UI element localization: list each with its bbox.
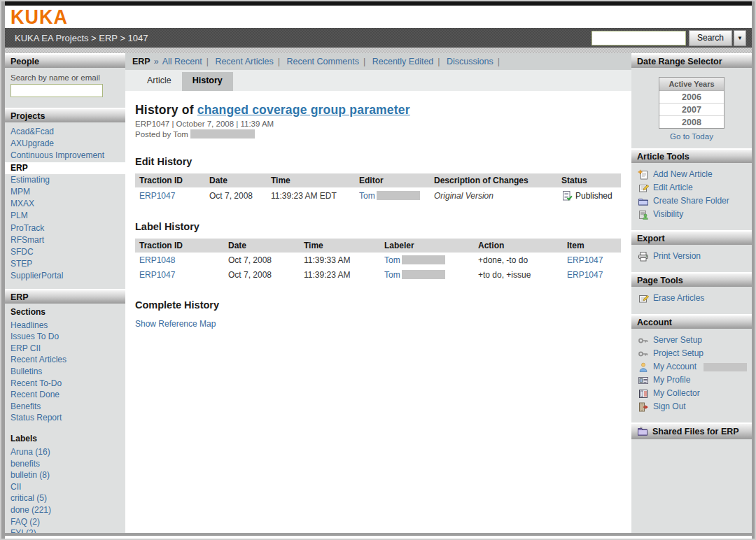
sidebar-label-link[interactable]: benefits xyxy=(5,458,125,470)
people-search-input[interactable] xyxy=(10,84,103,97)
project-nav-link[interactable]: Recently Edited xyxy=(372,57,434,66)
column-header: Traction ID xyxy=(135,239,224,253)
edit-history-heading: Edit History xyxy=(135,156,620,167)
label-history-header-row: Traction IDDateTimeLabelerActionItem xyxy=(135,239,621,253)
column-header: Time xyxy=(267,173,355,187)
sidebar-project-link[interactable]: PLM xyxy=(5,210,125,222)
sidebar-project-link[interactable]: MXAX xyxy=(5,198,125,210)
search-dropdown-button[interactable]: ▼ xyxy=(734,30,746,46)
sidebar-project-link[interactable]: Acad&Fcad xyxy=(5,126,125,138)
tool-item[interactable]: Create Share Folder xyxy=(631,194,752,208)
project-nav-link[interactable]: Discussions xyxy=(447,57,493,66)
search-button[interactable]: Search xyxy=(689,30,732,46)
item-link[interactable]: ERP1047 xyxy=(567,270,603,280)
column-header: Date xyxy=(224,239,300,253)
account-item[interactable]: My Profile xyxy=(631,374,752,387)
date-cell: Oct 7, 2008 xyxy=(224,253,300,267)
sidebar-project-link[interactable]: SupplierPortal xyxy=(5,270,125,282)
account-item[interactable]: Project Setup xyxy=(631,347,752,360)
labeler-link[interactable]: Tom xyxy=(384,270,400,280)
doc-star-icon xyxy=(638,169,649,180)
tab-strip: Article History xyxy=(125,70,631,91)
sidebar-section-link[interactable]: Issues To Do xyxy=(5,331,125,343)
sidebar-project-link[interactable]: Continuous Improvement xyxy=(5,150,125,162)
sidebar-project-link[interactable]: ERP xyxy=(5,162,125,174)
sidebar-label-link[interactable]: critical (5) xyxy=(5,492,125,504)
item-link[interactable]: ERP1047 xyxy=(567,255,603,265)
sidebar-section-link[interactable]: Headlines xyxy=(5,320,125,332)
shared-files-header[interactable]: Shared Files for ERP xyxy=(631,422,752,439)
sidebar-label-link[interactable]: Aruna (16) xyxy=(5,446,125,458)
doc-check-icon xyxy=(561,190,573,201)
sidebar-label-link[interactable]: bulletin (8) xyxy=(5,469,125,481)
year-cell[interactable]: 2007 xyxy=(659,104,724,116)
sidebar-label-link[interactable]: FYI (2) xyxy=(5,527,125,533)
article-title-link[interactable]: changed coverage group parameter xyxy=(197,103,410,117)
label-history-row: ERP1048 Oct 7, 2008 11:39:33 AM Tom +don… xyxy=(135,253,621,267)
posted-by-line: Posted by Tom xyxy=(135,129,620,138)
traction-id-link[interactable]: ERP1048 xyxy=(139,255,175,265)
column-header: Time xyxy=(300,239,380,253)
tool-item[interactable]: Print Version xyxy=(631,250,752,263)
sidebar-project-link[interactable]: Estimating xyxy=(5,174,125,186)
left-sidebar: People Search by name or email Projects … xyxy=(5,53,125,533)
page-title: History of changed coverage group parame… xyxy=(135,103,620,118)
bottom-frame xyxy=(5,533,752,536)
account-item[interactable]: Server Setup xyxy=(631,334,752,347)
column-header: Description of Changes xyxy=(430,173,557,187)
page-tools-header: Page Tools xyxy=(631,272,752,287)
date-range-body: Active Years 2006 2007 2008 Go to Today xyxy=(631,68,752,148)
tool-item[interactable]: Add New Article xyxy=(631,168,752,181)
id-card-icon xyxy=(638,375,649,386)
breadcrumb: KUKA EA Projects > ERP > 1047 xyxy=(15,33,148,43)
project-nav-link[interactable]: Recent Articles xyxy=(215,57,273,66)
sidebar-project-link[interactable]: AXUpgrade xyxy=(5,138,125,150)
projects-section-header: Projects xyxy=(5,108,125,122)
texture-divider xyxy=(5,48,752,53)
sidebar-project-link[interactable]: MPM xyxy=(5,186,125,198)
go-to-today-link[interactable]: Go to Today xyxy=(631,130,752,142)
project-nav-bar: ERP » All Recent| Recent Articles| Recen… xyxy=(125,53,631,70)
account-item[interactable]: My Collector xyxy=(631,387,752,400)
labeler-link[interactable]: Tom xyxy=(384,255,400,265)
description-cell: Original Version xyxy=(434,191,493,201)
show-reference-map-link[interactable]: Show Reference Map xyxy=(135,319,216,329)
sidebar-project-link[interactable]: RFSmart xyxy=(5,234,125,246)
project-nav-link[interactable]: Recent Comments xyxy=(286,57,359,66)
people-search-label: Search by name or email xyxy=(5,71,125,83)
column-header: Labeler xyxy=(380,239,474,253)
sidebar-project-link[interactable]: ProTrack xyxy=(5,222,125,234)
editor-link[interactable]: Tom xyxy=(359,191,375,201)
tool-item[interactable]: Visibility xyxy=(631,208,752,221)
edit-history-table: Traction IDDateTimeEditorDescription of … xyxy=(135,173,621,204)
tab[interactable]: Article xyxy=(136,72,182,91)
sidebar-label-link[interactable]: done (221) xyxy=(5,504,125,516)
sidebar-section-link[interactable]: Bulletins xyxy=(5,366,125,378)
account-item[interactable]: My Account xyxy=(631,360,752,374)
sidebar-section-link[interactable]: Benefits xyxy=(5,401,125,413)
status-badge: Published xyxy=(561,190,617,201)
sidebar-section-link[interactable]: ERP CII xyxy=(5,343,125,355)
column-header: Traction ID xyxy=(135,173,205,187)
sidebar-project-link[interactable]: STEP xyxy=(5,258,125,270)
sidebar-section-link[interactable]: Recent Articles xyxy=(5,354,125,366)
sidebar-section-link[interactable]: Status Report xyxy=(5,412,125,424)
traction-id-link[interactable]: ERP1047 xyxy=(139,270,175,280)
project-nav-link[interactable]: All Recent xyxy=(162,57,202,66)
tool-item[interactable]: Edit Article xyxy=(631,181,752,194)
search-input[interactable] xyxy=(592,31,686,45)
account-item[interactable]: Sign Out xyxy=(631,400,752,413)
tab[interactable]: History xyxy=(182,72,233,91)
year-cell[interactable]: 2006 xyxy=(659,91,724,104)
right-sidebar: Date Range Selector Active Years 2006 20… xyxy=(631,53,752,533)
sidebar-label-link[interactable]: FAQ (2) xyxy=(5,516,125,528)
traction-id-link[interactable]: ERP1047 xyxy=(139,191,175,201)
sidebar-section-link[interactable]: Recent Done xyxy=(5,389,125,401)
article-tools-list: Add New Article Edit Article Create Shar… xyxy=(631,163,752,230)
sidebar-label-link[interactable]: CII xyxy=(5,481,125,493)
year-cell[interactable]: 2008 xyxy=(659,116,724,128)
sidebar-section-link[interactable]: Recent To-Do xyxy=(5,378,125,390)
column-header: Status xyxy=(557,173,621,187)
sidebar-project-link[interactable]: SFDC xyxy=(5,246,125,258)
tool-item[interactable]: Erase Articles xyxy=(631,292,752,305)
